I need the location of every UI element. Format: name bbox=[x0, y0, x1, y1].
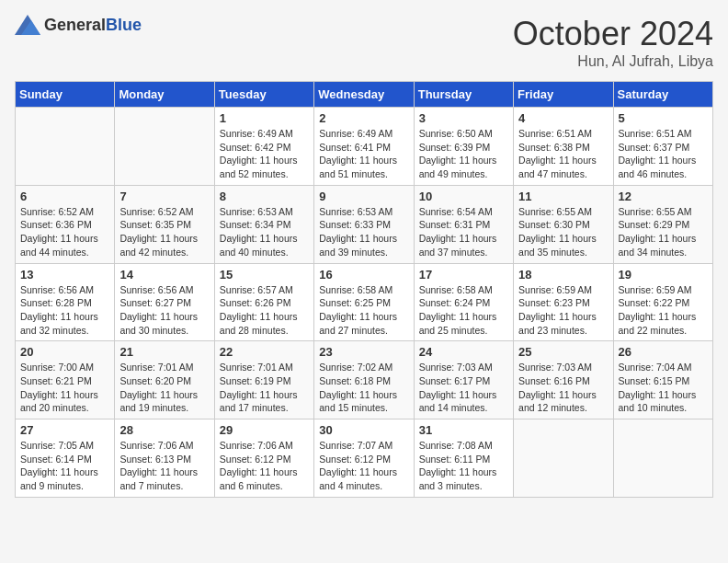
logo-text: GeneralBlue bbox=[44, 16, 142, 35]
calendar-cell: 18Sunrise: 6:59 AMSunset: 6:23 PMDayligh… bbox=[514, 263, 613, 341]
day-number: 3 bbox=[419, 111, 508, 125]
calendar-cell bbox=[613, 419, 712, 498]
day-number: 29 bbox=[220, 423, 309, 437]
cell-info: Sunrise: 6:49 AMSunset: 6:42 PMDaylight:… bbox=[220, 127, 309, 181]
day-number: 26 bbox=[619, 345, 708, 359]
cell-info: Sunrise: 6:52 AMSunset: 6:36 PMDaylight:… bbox=[20, 205, 109, 259]
day-number: 16 bbox=[319, 268, 408, 282]
day-number: 11 bbox=[518, 190, 608, 203]
day-number: 2 bbox=[319, 111, 408, 125]
cell-info: Sunrise: 6:52 AMSunset: 6:35 PMDaylight:… bbox=[119, 205, 209, 259]
day-number: 7 bbox=[119, 190, 209, 203]
cell-info: Sunrise: 6:59 AMSunset: 6:22 PMDaylight:… bbox=[619, 283, 708, 338]
cell-info: Sunrise: 6:50 AMSunset: 6:39 PMDaylight:… bbox=[419, 127, 508, 181]
calendar-cell: 11Sunrise: 6:55 AMSunset: 6:30 PMDayligh… bbox=[514, 185, 613, 263]
cell-info: Sunrise: 6:55 AMSunset: 6:30 PMDaylight:… bbox=[518, 205, 608, 259]
calendar-cell: 12Sunrise: 6:55 AMSunset: 6:29 PMDayligh… bbox=[613, 185, 712, 263]
calendar-cell: 28Sunrise: 7:06 AMSunset: 6:13 PMDayligh… bbox=[115, 419, 214, 498]
calendar-cell: 16Sunrise: 6:58 AMSunset: 6:25 PMDayligh… bbox=[314, 263, 414, 341]
day-number: 14 bbox=[119, 268, 209, 282]
cell-info: Sunrise: 7:03 AMSunset: 6:17 PMDaylight:… bbox=[419, 361, 508, 415]
cell-info: Sunrise: 6:51 AMSunset: 6:37 PMDaylight:… bbox=[619, 127, 708, 181]
day-number: 12 bbox=[619, 190, 708, 203]
calendar-cell: 31Sunrise: 7:08 AMSunset: 6:11 PMDayligh… bbox=[414, 419, 513, 498]
calendar-cell: 7Sunrise: 6:52 AMSunset: 6:35 PMDaylight… bbox=[115, 185, 214, 263]
cell-info: Sunrise: 6:58 AMSunset: 6:25 PMDaylight:… bbox=[319, 283, 408, 338]
day-number: 5 bbox=[619, 111, 708, 125]
calendar-table: SundayMondayTuesdayWednesdayThursdayFrid… bbox=[15, 81, 713, 498]
logo-icon bbox=[15, 15, 40, 35]
day-header-monday: Monday bbox=[115, 82, 214, 108]
calendar-week-row: 20Sunrise: 7:00 AMSunset: 6:21 PMDayligh… bbox=[16, 341, 713, 419]
calendar-cell: 25Sunrise: 7:03 AMSunset: 6:16 PMDayligh… bbox=[514, 341, 613, 419]
cell-info: Sunrise: 7:01 AMSunset: 6:19 PMDaylight:… bbox=[220, 361, 309, 415]
calendar-cell: 19Sunrise: 6:59 AMSunset: 6:22 PMDayligh… bbox=[613, 263, 712, 341]
cell-info: Sunrise: 7:02 AMSunset: 6:18 PMDaylight:… bbox=[319, 361, 408, 415]
day-number: 20 bbox=[20, 345, 109, 359]
day-number: 1 bbox=[220, 111, 309, 125]
calendar-cell: 10Sunrise: 6:54 AMSunset: 6:31 PMDayligh… bbox=[414, 185, 513, 263]
location-title: Hun, Al Jufrah, Libya bbox=[513, 53, 713, 70]
day-header-tuesday: Tuesday bbox=[214, 82, 313, 108]
day-number: 17 bbox=[419, 268, 508, 282]
day-number: 9 bbox=[319, 190, 408, 203]
title-block: October 2024 Hun, Al Jufrah, Libya bbox=[513, 15, 713, 70]
cell-info: Sunrise: 6:49 AMSunset: 6:41 PMDaylight:… bbox=[319, 127, 408, 181]
calendar-cell bbox=[115, 108, 214, 186]
cell-info: Sunrise: 6:57 AMSunset: 6:26 PMDaylight:… bbox=[220, 283, 309, 338]
day-header-friday: Friday bbox=[514, 82, 613, 108]
day-number: 15 bbox=[220, 268, 309, 282]
day-number: 8 bbox=[220, 190, 309, 203]
calendar-cell: 21Sunrise: 7:01 AMSunset: 6:20 PMDayligh… bbox=[115, 341, 214, 419]
cell-info: Sunrise: 7:08 AMSunset: 6:11 PMDaylight:… bbox=[419, 439, 508, 493]
cell-info: Sunrise: 7:04 AMSunset: 6:15 PMDaylight:… bbox=[619, 361, 708, 415]
calendar-week-row: 1Sunrise: 6:49 AMSunset: 6:42 PMDaylight… bbox=[16, 108, 713, 186]
day-number: 6 bbox=[20, 190, 109, 203]
cell-info: Sunrise: 6:59 AMSunset: 6:23 PMDaylight:… bbox=[518, 283, 608, 338]
day-number: 24 bbox=[419, 345, 508, 359]
calendar-week-row: 13Sunrise: 6:56 AMSunset: 6:28 PMDayligh… bbox=[16, 263, 713, 341]
cell-info: Sunrise: 6:51 AMSunset: 6:38 PMDaylight:… bbox=[518, 127, 608, 181]
calendar-week-row: 27Sunrise: 7:05 AMSunset: 6:14 PMDayligh… bbox=[16, 419, 713, 498]
logo-general: General bbox=[44, 16, 106, 34]
cell-info: Sunrise: 6:55 AMSunset: 6:29 PMDaylight:… bbox=[619, 205, 708, 259]
cell-info: Sunrise: 6:53 AMSunset: 6:33 PMDaylight:… bbox=[319, 205, 408, 259]
day-number: 30 bbox=[319, 423, 408, 437]
calendar-cell: 26Sunrise: 7:04 AMSunset: 6:15 PMDayligh… bbox=[613, 341, 712, 419]
calendar-cell: 29Sunrise: 7:06 AMSunset: 6:12 PMDayligh… bbox=[214, 419, 313, 498]
day-header-sunday: Sunday bbox=[16, 82, 115, 108]
page-header: GeneralBlue October 2024 Hun, Al Jufrah,… bbox=[15, 15, 713, 70]
calendar-cell: 20Sunrise: 7:00 AMSunset: 6:21 PMDayligh… bbox=[16, 341, 115, 419]
day-header-thursday: Thursday bbox=[414, 82, 513, 108]
cell-info: Sunrise: 7:05 AMSunset: 6:14 PMDaylight:… bbox=[20, 439, 109, 493]
cell-info: Sunrise: 6:53 AMSunset: 6:34 PMDaylight:… bbox=[220, 205, 309, 259]
calendar-cell: 4Sunrise: 6:51 AMSunset: 6:38 PMDaylight… bbox=[514, 108, 613, 186]
cell-info: Sunrise: 7:03 AMSunset: 6:16 PMDaylight:… bbox=[518, 361, 608, 415]
logo-blue: Blue bbox=[106, 16, 142, 34]
calendar-cell: 5Sunrise: 6:51 AMSunset: 6:37 PMDaylight… bbox=[613, 108, 712, 186]
calendar-cell: 27Sunrise: 7:05 AMSunset: 6:14 PMDayligh… bbox=[16, 419, 115, 498]
calendar-cell: 30Sunrise: 7:07 AMSunset: 6:12 PMDayligh… bbox=[314, 419, 414, 498]
month-title: October 2024 bbox=[513, 15, 713, 53]
day-header-wednesday: Wednesday bbox=[314, 82, 414, 108]
calendar-cell: 8Sunrise: 6:53 AMSunset: 6:34 PMDaylight… bbox=[214, 185, 313, 263]
day-number: 27 bbox=[20, 423, 109, 437]
calendar-cell: 6Sunrise: 6:52 AMSunset: 6:36 PMDaylight… bbox=[16, 185, 115, 263]
day-number: 13 bbox=[20, 268, 109, 282]
calendar-week-row: 6Sunrise: 6:52 AMSunset: 6:36 PMDaylight… bbox=[16, 185, 713, 263]
cell-info: Sunrise: 7:07 AMSunset: 6:12 PMDaylight:… bbox=[319, 439, 408, 493]
day-number: 31 bbox=[419, 423, 508, 437]
cell-info: Sunrise: 7:06 AMSunset: 6:13 PMDaylight:… bbox=[119, 439, 209, 493]
cell-info: Sunrise: 7:01 AMSunset: 6:20 PMDaylight:… bbox=[119, 361, 209, 415]
calendar-cell: 17Sunrise: 6:58 AMSunset: 6:24 PMDayligh… bbox=[414, 263, 513, 341]
day-number: 22 bbox=[220, 345, 309, 359]
cell-info: Sunrise: 6:56 AMSunset: 6:27 PMDaylight:… bbox=[119, 283, 209, 338]
day-number: 21 bbox=[119, 345, 209, 359]
day-header-saturday: Saturday bbox=[613, 82, 712, 108]
calendar-cell: 13Sunrise: 6:56 AMSunset: 6:28 PMDayligh… bbox=[16, 263, 115, 341]
cell-info: Sunrise: 6:56 AMSunset: 6:28 PMDaylight:… bbox=[20, 283, 109, 338]
day-number: 18 bbox=[518, 268, 608, 282]
calendar-cell: 23Sunrise: 7:02 AMSunset: 6:18 PMDayligh… bbox=[314, 341, 414, 419]
day-number: 4 bbox=[518, 111, 608, 125]
calendar-cell: 1Sunrise: 6:49 AMSunset: 6:42 PMDaylight… bbox=[214, 108, 313, 186]
